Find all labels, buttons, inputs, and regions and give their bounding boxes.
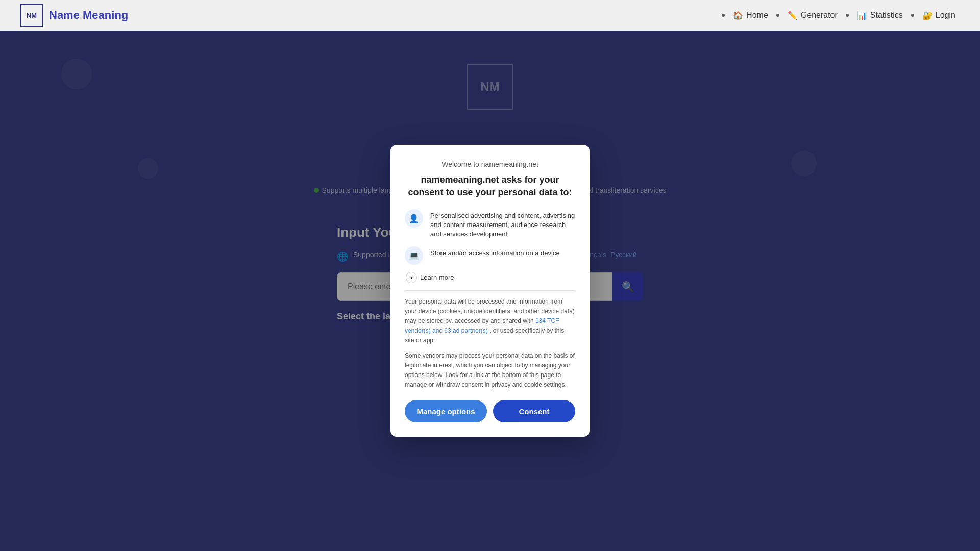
- nav-login[interactable]: 🔐 Login: [918, 9, 960, 22]
- nav-statistics-label: Statistics: [870, 11, 903, 20]
- navbar: NM Name Meaning 🏠 Home ✏️ Generator 📊 St…: [0, 0, 980, 31]
- modal-body-text-1: Your personal data will be processed and…: [405, 297, 575, 346]
- consent-modal: Welcome to namemeaning.net namemeaning.n…: [390, 145, 590, 437]
- nav-generator-label: Generator: [801, 11, 838, 20]
- modal-divider: [405, 290, 575, 291]
- nav-statistics[interactable]: 📊 Statistics: [853, 9, 907, 22]
- nav-separator: [776, 14, 779, 17]
- modal-body-text-2: Some vendors may process your personal d…: [405, 351, 575, 390]
- login-icon: 🔐: [922, 11, 933, 20]
- learn-more-label: Learn more: [420, 273, 454, 281]
- consent-item-advertising: 👤 Personalised advertising and content, …: [405, 209, 575, 239]
- consent-item-device: 💻 Store and/or access information on a d…: [405, 246, 575, 265]
- nav-home[interactable]: 🏠 Home: [729, 9, 772, 22]
- learn-more-button[interactable]: ▾ Learn more: [406, 272, 575, 283]
- nav-separator: [911, 14, 914, 17]
- home-icon: 🏠: [733, 11, 743, 20]
- consent-text-advertising: Personalised advertising and content, ad…: [430, 209, 575, 239]
- consent-text-device: Store and/or access information on a dev…: [430, 246, 560, 258]
- brand-logo: NM: [20, 4, 43, 27]
- advertising-icon: 👤: [405, 209, 423, 228]
- nav-login-label: Login: [936, 11, 955, 20]
- modal-overlay: Welcome to namemeaning.net namemeaning.n…: [0, 31, 980, 551]
- modal-buttons: Manage options Consent: [405, 400, 575, 422]
- modal-title: namemeaning.net asks for your consent to…: [405, 173, 575, 199]
- modal-welcome: Welcome to namemeaning.net: [405, 160, 575, 168]
- chevron-down-icon: ▾: [406, 272, 417, 283]
- device-icon: 💻: [405, 246, 423, 265]
- main-background: NM Supports multiple languages AI-powere…: [0, 31, 980, 551]
- nav-home-label: Home: [746, 11, 768, 20]
- nav-separator: [722, 14, 725, 17]
- manage-options-button[interactable]: Manage options: [405, 400, 487, 422]
- brand: NM Name Meaning: [20, 4, 128, 27]
- statistics-icon: 📊: [857, 11, 867, 20]
- nav-generator[interactable]: ✏️ Generator: [783, 9, 842, 22]
- nav-menu: 🏠 Home ✏️ Generator 📊 Statistics 🔐 Login: [722, 9, 960, 22]
- consent-button[interactable]: Consent: [493, 400, 575, 422]
- nav-separator: [846, 14, 849, 17]
- generator-icon: ✏️: [788, 11, 798, 20]
- brand-name: Name Meaning: [49, 9, 128, 22]
